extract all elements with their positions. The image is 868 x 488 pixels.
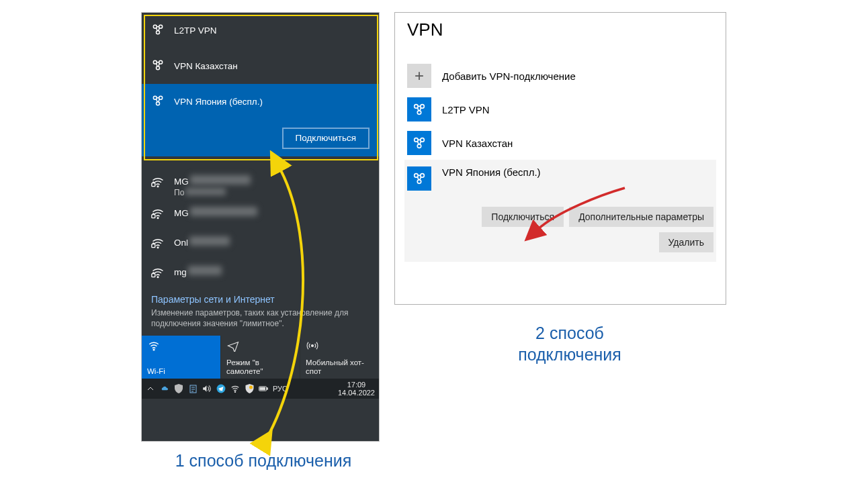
wifi-network-item[interactable]: MG По [142, 170, 379, 201]
clock-date: 14.04.2022 [338, 389, 375, 397]
clock-time: 17:09 [338, 381, 375, 389]
network-flyout: L2TP VPN VPN Казахстан VPN Япония (беспл… [141, 12, 380, 442]
settings-connect-button[interactable]: Подключиться [482, 207, 564, 227]
svg-point-21 [234, 391, 235, 392]
svg-rect-14 [152, 244, 155, 248]
hotspot-icon [306, 340, 374, 353]
wifi-sub: По [174, 188, 184, 197]
add-vpn-label: Добавить VPN-подключение [442, 70, 576, 82]
svg-rect-16 [152, 274, 155, 277]
tray-document-icon[interactable] [188, 384, 198, 393]
svg-point-34 [417, 180, 421, 184]
vpn-icon [407, 131, 431, 155]
vpn-action-buttons: Подключиться Дополнительные параметры Уд… [407, 207, 713, 252]
wifi-name: MG [174, 208, 189, 218]
tray-telegram-icon[interactable] [216, 384, 226, 393]
vpn-icon [151, 94, 165, 109]
taskbar: РУС 17:09 14.04.2022 [142, 379, 379, 399]
svg-point-18 [312, 345, 314, 347]
tray-chevron-icon[interactable] [146, 384, 155, 393]
vpn-settings-label: L2TP VPN [442, 104, 490, 115]
vpn-item-label: VPN Казахстан [174, 61, 238, 71]
vpn-connection-list: L2TP VPN VPN Казахстан VPN Япония (беспл… [142, 13, 379, 156]
wifi-secure-icon [151, 175, 165, 191]
vpn-icon [407, 166, 431, 191]
add-vpn-row[interactable]: + Добавить VPN-подключение [404, 59, 716, 93]
tile-airplane[interactable]: Режим "в самолете" [221, 336, 300, 379]
vpn-settings-panel: VPN + Добавить VPN-подключение L2TP VPN … [394, 12, 726, 305]
svg-point-5 [157, 66, 160, 70]
tray-wifi-icon[interactable] [230, 384, 240, 393]
vpn-item-label: L2TP VPN [174, 26, 217, 36]
svg-point-9 [157, 186, 159, 187]
vpn-item-japan[interactable]: VPN Япония (беспл.) [142, 84, 379, 119]
svg-rect-24 [267, 388, 267, 390]
wifi-secure-icon [151, 207, 165, 222]
tray-clock[interactable]: 17:09 14.04.2022 [338, 381, 375, 397]
wifi-network-list: MG По MG Onl [142, 170, 379, 290]
svg-point-8 [157, 102, 160, 105]
svg-point-17 [153, 349, 155, 350]
vpn-settings-label: VPN Казахстан [442, 138, 513, 149]
svg-point-31 [417, 144, 421, 148]
svg-point-15 [157, 277, 159, 278]
settings-delete-button[interactable]: Удалить [659, 232, 713, 252]
vpn-icon [407, 97, 431, 121]
svg-point-11 [157, 217, 159, 219]
vpn-settings-label: VPN Япония (беспл.) [442, 166, 541, 178]
vpn-item-l2tp[interactable]: L2TP VPN [142, 13, 379, 48]
airplane-icon [226, 340, 294, 353]
vpn-icon [151, 58, 165, 74]
quick-action-tiles: Wi-Fi Режим "в самолете" Мобильный хот-с… [142, 336, 379, 379]
settings-advanced-button[interactable]: Дополнительные параметры [569, 207, 713, 227]
svg-rect-25 [260, 387, 265, 390]
tray-volume-icon[interactable] [202, 384, 212, 393]
wifi-secure-icon [151, 266, 165, 281]
svg-point-22 [249, 386, 253, 389]
vpn-item-kazakhstan[interactable]: VPN Казахстан [142, 48, 379, 84]
wifi-network-item[interactable]: mg [142, 260, 379, 290]
network-settings-link[interactable]: Параметры сети и Интернет [142, 290, 379, 306]
svg-rect-12 [152, 215, 155, 218]
tile-label: Режим "в самолете" [226, 358, 294, 376]
vpn-icon [151, 23, 165, 38]
svg-rect-10 [152, 183, 155, 187]
svg-point-2 [157, 31, 160, 34]
plus-icon: + [407, 64, 431, 88]
vpn-item-label: VPN Япония (беспл.) [174, 97, 263, 107]
caption-method-1: 1 способ подключения [169, 450, 357, 471]
svg-point-13 [157, 247, 159, 248]
caption-method-2: 2 способ подключения [503, 322, 637, 365]
wifi-secure-icon [151, 236, 165, 252]
vpn-settings-item-japan[interactable]: VPN Япония (беспл.) Подключиться Дополни… [404, 160, 716, 262]
tray-security-icon[interactable] [245, 384, 254, 393]
tile-label: Мобильный хот-спот [306, 358, 374, 376]
vpn-connect-area: Подключиться [142, 119, 379, 156]
tile-hotspot[interactable]: Мобильный хот-спот [300, 336, 379, 379]
wifi-name: MG [174, 177, 189, 187]
tray-shield-icon[interactable] [174, 384, 183, 393]
tile-wifi[interactable]: Wi-Fi [142, 336, 221, 379]
network-settings-description: Изменение параметров, таких как установл… [142, 306, 379, 336]
tray-language[interactable]: РУС [273, 385, 288, 393]
wifi-name: Onl [174, 238, 188, 248]
svg-point-28 [417, 111, 421, 115]
tile-label: Wi-Fi [147, 367, 215, 376]
wifi-network-item[interactable]: MG [142, 201, 379, 231]
vpn-settings-item-kazakhstan[interactable]: VPN Казахстан [404, 126, 716, 160]
wifi-network-item[interactable]: Onl [142, 231, 379, 260]
tray-battery-icon[interactable] [259, 384, 268, 393]
vpn-settings-item-l2tp[interactable]: L2TP VPN [404, 93, 716, 126]
wifi-icon [147, 340, 215, 353]
tray-onedrive-icon[interactable] [160, 384, 169, 393]
wifi-name: mg [174, 267, 187, 277]
connect-button[interactable]: Подключиться [282, 128, 370, 149]
page-title: VPN [407, 19, 716, 40]
